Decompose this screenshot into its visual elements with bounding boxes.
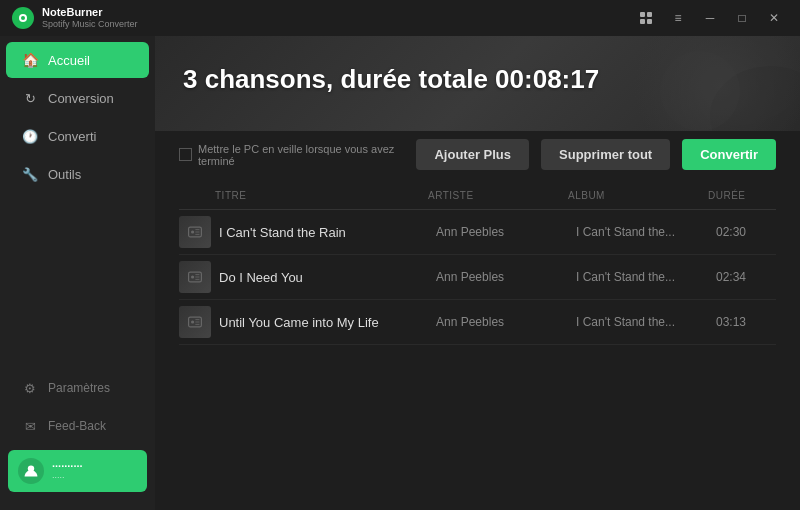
track-duration: 02:34 [716,270,776,284]
sidebar-item-feedback[interactable]: ✉ Feed-Back [6,408,149,444]
sidebar-item-feedback-label: Feed-Back [48,419,106,433]
sidebar-item-conversion-label: Conversion [48,91,114,106]
main-layout: 🏠 Accueil ↻ Conversion 🕐 Converti 🔧 Outi… [0,36,800,510]
track-title: Until You Came into My Life [215,315,436,330]
track-thumbnail [179,216,211,248]
convert-button[interactable]: Convertir [682,139,776,170]
minimize-button[interactable]: ─ [696,8,724,28]
mail-icon: ✉ [22,418,38,434]
track-title: I Can't Stand the Rain [215,225,436,240]
header-title-col: TITRE [215,190,428,201]
sleep-checkbox[interactable] [179,148,192,161]
track-thumbnail [179,306,211,338]
avatar [18,458,44,484]
maximize-icon: □ [738,11,745,25]
delete-all-button[interactable]: Supprimer tout [541,139,670,170]
track-artist: Ann Peebles [436,270,576,284]
svg-rect-8 [189,272,202,282]
close-button[interactable]: ✕ [760,8,788,28]
menu-icon: ≡ [674,11,681,25]
header-empty [179,190,215,201]
settings-icon: ⚙ [22,380,38,396]
track-album: I Can't Stand the... [576,315,716,329]
maximize-button[interactable]: □ [728,8,756,28]
sleep-option: Mettre le PC en veille lorsque vous avez… [179,143,404,167]
app-logo [12,7,34,29]
sidebar-item-tools-label: Outils [48,167,81,182]
table-row[interactable]: Do I Need You Ann Peebles I Can't Stand … [179,255,776,300]
table-row[interactable]: Until You Came into My Life Ann Peebles … [179,300,776,345]
track-list: TITRE ARTISTE ALBUM DURÉE I Can't Stand … [155,182,800,510]
svg-rect-10 [189,317,202,327]
user-name: ·········· [52,460,83,472]
sleep-label: Mettre le PC en veille lorsque vous avez… [198,143,404,167]
header-duration-col: DURÉE [708,190,768,201]
conversion-icon: ↻ [22,90,38,106]
svg-point-9 [191,275,194,278]
track-title: Do I Need You [215,270,436,285]
app-title: NoteBurner [42,6,138,19]
page-title: 3 chansons, durée totale 00:08:17 [183,64,599,95]
home-icon: 🏠 [22,52,38,68]
svg-point-11 [191,320,194,323]
grid-icon [640,12,652,24]
tools-icon: 🔧 [22,166,38,182]
track-rows-container: I Can't Stand the Rain Ann Peebles I Can… [179,210,776,345]
menu-button[interactable]: ≡ [664,8,692,28]
sidebar-item-tools[interactable]: 🔧 Outils [6,156,149,192]
sidebar-item-home-label: Accueil [48,53,90,68]
svg-rect-6 [189,227,202,237]
sidebar-nav: 🏠 Accueil ↻ Conversion 🕐 Converti 🔧 Outi… [0,36,155,368]
sidebar-item-converted[interactable]: 🕐 Converti [6,118,149,154]
header-artist-col: ARTISTE [428,190,568,201]
sidebar: 🏠 Accueil ↻ Conversion 🕐 Converti 🔧 Outi… [0,36,155,510]
track-album: I Can't Stand the... [576,270,716,284]
track-duration: 02:30 [716,225,776,239]
window-controls: ≡ ─ □ ✕ [632,8,788,28]
track-list-header: TITRE ARTISTE ALBUM DURÉE [179,182,776,210]
close-icon: ✕ [769,11,779,25]
sidebar-item-settings[interactable]: ⚙ Paramètres [6,370,149,406]
sidebar-bottom: ⚙ Paramètres ✉ Feed-Back ·········· ····… [0,368,155,510]
svg-point-7 [191,230,194,233]
content-inner: 3 chansons, durée totale 00:08:17 Mettre… [155,36,800,510]
grid-button[interactable] [632,8,660,28]
user-subscription: ····· [52,472,83,482]
track-artist: Ann Peebles [436,225,576,239]
title-bar: NoteBurner Spotify Music Converter ≡ ─ □… [0,0,800,36]
header-album-col: ALBUM [568,190,708,201]
add-more-button[interactable]: Ajouter Plus [416,139,529,170]
sidebar-item-home[interactable]: 🏠 Accueil [6,42,149,78]
app-subtitle: Spotify Music Converter [42,19,138,30]
track-thumbnail [179,261,211,293]
track-duration: 03:13 [716,315,776,329]
toolbar: Mettre le PC en veille lorsque vous avez… [155,131,800,182]
track-artist: Ann Peebles [436,315,576,329]
sidebar-item-conversion[interactable]: ↻ Conversion [6,80,149,116]
clock-icon: 🕐 [22,128,38,144]
content-header: 3 chansons, durée totale 00:08:17 [155,36,800,131]
sidebar-item-settings-label: Paramètres [48,381,110,395]
minimize-icon: ─ [706,11,715,25]
svg-point-1 [21,16,25,20]
content-area: 3 chansons, durée totale 00:08:17 Mettre… [155,36,800,510]
table-row[interactable]: I Can't Stand the Rain Ann Peebles I Can… [179,210,776,255]
app-branding: NoteBurner Spotify Music Converter [12,6,138,30]
sidebar-item-converted-label: Converti [48,129,96,144]
track-album: I Can't Stand the... [576,225,716,239]
user-bar[interactable]: ·········· ····· [8,450,147,492]
